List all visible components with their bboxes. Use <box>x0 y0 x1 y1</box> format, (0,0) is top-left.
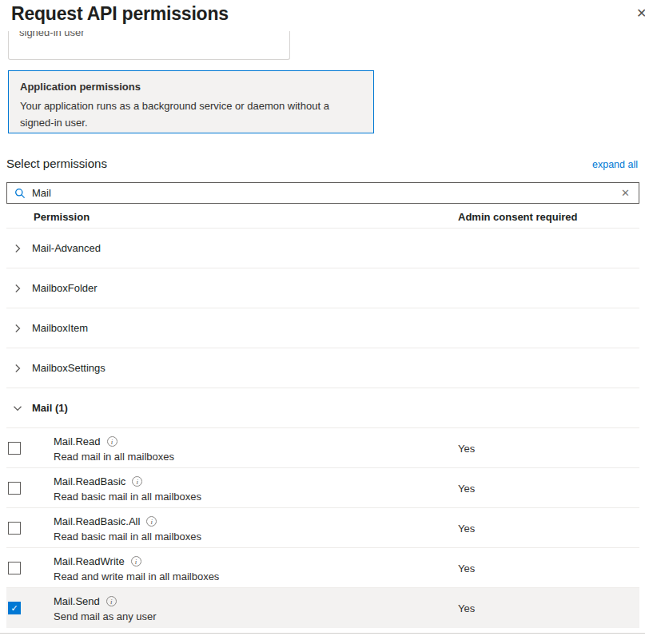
info-icon[interactable]: i <box>107 436 117 447</box>
permission-row: ✓ Mail.Send i Send mail as any user Yes <box>6 588 639 628</box>
application-permissions-title: Application permissions <box>20 81 362 93</box>
permissions-search-box[interactable]: ✕ <box>6 182 639 204</box>
group-row-expanded[interactable]: Mail (1) <box>6 388 639 428</box>
chevron-right-icon[interactable] <box>13 364 27 373</box>
permission-checkbox[interactable] <box>8 442 21 455</box>
permission-name: Mail.ReadBasic <box>54 475 125 487</box>
application-permissions-card[interactable]: Application permissions Your application… <box>8 70 374 133</box>
permission-row: Mail.Read i Read mail in all mailboxes Y… <box>6 428 639 468</box>
permission-name: Mail.Read <box>54 435 101 447</box>
expand-all-link[interactable]: expand all <box>592 159 638 170</box>
admin-consent-value: Yes <box>458 443 475 455</box>
admin-consent-value: Yes <box>458 563 475 574</box>
group-name: MailboxSettings <box>32 362 106 374</box>
collapsed-groups: Mail-Advanced MailboxFolder MailboxItem … <box>6 229 639 388</box>
delegated-card-clipped-text: signed-in user <box>19 31 289 38</box>
permission-description: Read and write mail in all mailboxes <box>54 570 219 582</box>
permission-checkbox[interactable]: ✓ <box>8 602 21 614</box>
permission-name: Mail.ReadWrite <box>54 555 125 567</box>
admin-consent-value: Yes <box>458 523 475 535</box>
page-title: Request API permissions <box>11 3 229 25</box>
info-icon[interactable]: i <box>146 516 157 527</box>
permission-checkbox[interactable] <box>8 562 21 574</box>
info-icon[interactable]: i <box>106 596 117 606</box>
permission-checkbox[interactable] <box>8 482 21 495</box>
group-name: Mail-Advanced <box>32 242 101 254</box>
info-icon[interactable]: i <box>131 556 141 566</box>
permission-checkbox[interactable] <box>8 522 21 535</box>
permission-name: Mail.ReadBasic.All <box>54 515 140 527</box>
delegated-permissions-card-clipped[interactable]: signed-in user <box>8 31 290 60</box>
table-header-row: Permission Admin consent required <box>6 206 639 229</box>
column-header-permission: Permission <box>34 211 90 223</box>
select-permissions-label: Select permissions <box>6 157 107 170</box>
info-icon[interactable]: i <box>132 476 142 487</box>
chevron-right-icon[interactable] <box>13 324 27 333</box>
permission-name: Mail.Send <box>54 595 100 607</box>
group-name: MailboxItem <box>32 322 88 334</box>
chevron-right-icon[interactable] <box>13 244 27 253</box>
permission-description: Read basic mail in all mailboxes <box>54 531 201 543</box>
permission-row: Mail.ReadWrite i Read and write mail in … <box>6 548 639 588</box>
search-input[interactable] <box>26 187 612 199</box>
chevron-right-icon[interactable] <box>13 284 27 293</box>
checkmark-icon: ✓ <box>10 604 18 613</box>
group-row[interactable]: MailboxSettings <box>6 348 639 388</box>
group-row[interactable]: Mail-Advanced <box>6 229 639 268</box>
clear-search-icon[interactable]: ✕ <box>612 187 639 199</box>
application-permissions-description: Your application runs as a background se… <box>20 98 359 132</box>
permission-row: Mail.ReadBasic i Read basic mail in all … <box>6 468 639 508</box>
permissions-list: Permission Admin consent required Mail-A… <box>6 206 639 628</box>
column-header-admin-consent: Admin consent required <box>458 211 578 223</box>
permission-rows: Mail.Read i Read mail in all mailboxes Y… <box>6 428 639 628</box>
list-bottom-divider <box>0 633 645 634</box>
search-icon <box>14 188 26 199</box>
group-name: MailboxFolder <box>32 282 98 294</box>
permission-description: Read mail in all mailboxes <box>54 451 174 463</box>
chevron-down-icon[interactable] <box>13 403 27 413</box>
admin-consent-value: Yes <box>458 483 475 495</box>
permission-row: Mail.ReadBasic.All i Read basic mail in … <box>6 508 639 548</box>
close-icon[interactable]: ✕ <box>636 6 645 21</box>
group-name: Mail (1) <box>32 402 68 414</box>
permission-description: Send mail as any user <box>54 610 157 622</box>
permission-description: Read basic mail in all mailboxes <box>54 491 201 503</box>
group-row[interactable]: MailboxItem <box>6 308 639 348</box>
admin-consent-value: Yes <box>458 602 475 614</box>
group-row[interactable]: MailboxFolder <box>6 268 639 308</box>
